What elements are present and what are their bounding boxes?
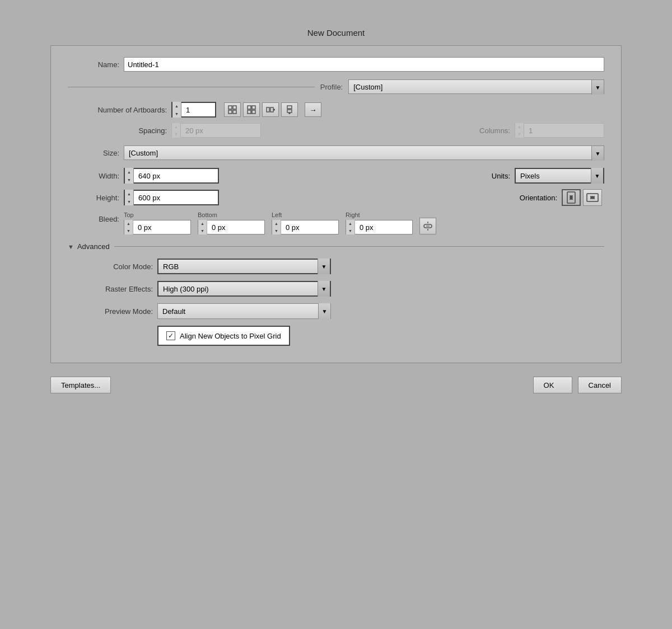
advanced-toggle-arrow[interactable]: ▼ <box>68 243 74 250</box>
preview-mode-value: Default <box>162 307 185 316</box>
bleed-right-spinner: ▲ ▼ 0 px <box>346 220 413 234</box>
bleed-bottom-down[interactable]: ▼ <box>198 227 207 234</box>
advanced-label: Advanced <box>77 242 110 251</box>
artboards-row: Number of Artboards: ▲ ▼ 1 <box>68 102 604 118</box>
bleed-right-value: 0 px <box>355 223 389 232</box>
bleed-right-down[interactable]: ▼ <box>346 227 354 234</box>
footer-right-buttons: OK Cancel <box>533 377 622 393</box>
color-mode-dropdown[interactable]: RGB ▼ <box>157 259 331 274</box>
profile-value: [Custom] <box>353 83 382 91</box>
bleed-label: Bleed: <box>68 212 124 223</box>
columns-down-button[interactable]: ▼ <box>515 130 524 138</box>
bleed-top-up[interactable]: ▲ <box>124 220 133 227</box>
spacing-row: Spacing: ▲ ▼ 20 px Columns: ▲ ▼ 1 <box>68 123 604 138</box>
columns-section: Columns: ▲ ▼ 1 <box>479 123 604 138</box>
bleed-bottom-value: 0 px <box>207 223 241 232</box>
columns-arrows: ▲ ▼ <box>515 123 524 138</box>
bleed-row: Bleed: Top ▲ ▼ 0 px Bottom <box>68 212 604 234</box>
svg-point-20 <box>591 196 594 199</box>
svg-rect-13 <box>287 110 292 112</box>
preview-mode-dropdown[interactable]: Default ▼ <box>157 303 331 319</box>
svg-rect-2 <box>228 110 232 114</box>
artboards-label: Number of Artboards: <box>68 106 171 114</box>
bleed-left-down[interactable]: ▼ <box>272 227 281 234</box>
bleed-right-label: Right <box>346 212 360 218</box>
raster-effects-dropdown[interactable]: High (300 ppi) ▼ <box>157 281 331 297</box>
bleed-right-up[interactable]: ▲ <box>346 220 354 227</box>
grid-row-icon-btn[interactable] <box>224 102 241 117</box>
width-input-wrap: ▲ ▼ <box>124 168 219 184</box>
bleed-left-arrows: ▲ ▼ <box>272 220 281 234</box>
height-down-button[interactable]: ▼ <box>125 198 133 205</box>
columns-up-button[interactable]: ▲ <box>515 123 524 130</box>
new-document-dialog: New Document Name: Profile: [Custom] ▼ N… <box>28 18 644 611</box>
preview-mode-row: Preview Mode: Default ▼ <box>68 303 604 319</box>
spacing-down-button[interactable]: ▼ <box>172 130 180 138</box>
arrange-down-icon-btn[interactable] <box>281 102 298 117</box>
name-input[interactable] <box>124 57 604 72</box>
portrait-btn[interactable] <box>562 189 581 206</box>
svg-rect-6 <box>248 110 251 114</box>
bleed-left-group: Left ▲ ▼ 0 px <box>272 212 339 234</box>
color-mode-value: RGB <box>163 262 179 271</box>
grid-col-icon-btn[interactable] <box>243 102 260 117</box>
arrange-arrow-btn[interactable]: → <box>305 102 321 117</box>
preview-mode-arrow-icon: ▼ <box>318 303 330 319</box>
svg-rect-12 <box>287 106 292 109</box>
width-down-button[interactable]: ▼ <box>125 176 133 184</box>
name-row: Name: <box>68 57 604 72</box>
units-section: Units: Pixels ▼ <box>492 168 604 184</box>
cancel-button[interactable]: Cancel <box>578 377 622 393</box>
height-up-button[interactable]: ▲ <box>125 190 133 198</box>
align-label: Align New Objects to Pixel Grid <box>180 332 281 340</box>
bleed-top-group: Top ▲ ▼ 0 px <box>124 212 191 234</box>
bleed-top-spinner: ▲ ▼ 0 px <box>124 220 191 234</box>
orientation-section: Orientation: <box>520 189 604 206</box>
profile-divider-row: Profile: [Custom] ▼ <box>68 79 604 94</box>
bleed-left-label: Left <box>272 212 282 218</box>
ok-button[interactable]: OK <box>533 377 572 393</box>
color-mode-label: Color Mode: <box>68 262 157 271</box>
spacing-spinner: ▲ ▼ 20 px <box>171 123 261 138</box>
units-dropdown[interactable]: Pixels ▼ <box>515 168 604 184</box>
size-row: Size: [Custom] ▼ <box>68 145 604 160</box>
dialog-body: Name: Profile: [Custom] ▼ Number of Artb… <box>50 45 622 363</box>
artboards-down-button[interactable]: ▼ <box>172 110 181 118</box>
height-arrows: ▲ ▼ <box>125 190 134 205</box>
width-label: Width: <box>68 172 124 180</box>
templates-button[interactable]: Templates... <box>50 377 111 393</box>
svg-rect-5 <box>252 106 255 109</box>
arrow-right-icon: → <box>310 106 317 114</box>
height-input-wrap: ▲ ▼ <box>124 190 219 205</box>
profile-dropdown[interactable]: [Custom] ▼ <box>348 79 604 94</box>
bleed-link-button[interactable] <box>419 218 436 234</box>
bleed-bottom-label: Bottom <box>198 212 217 218</box>
bleed-left-spinner: ▲ ▼ 0 px <box>272 220 339 234</box>
bleed-right-arrows: ▲ ▼ <box>346 220 355 234</box>
size-dropdown[interactable]: [Custom] ▼ <box>124 145 604 160</box>
bleed-left-up[interactable]: ▲ <box>272 220 281 227</box>
height-label: Height: <box>68 194 124 202</box>
width-input[interactable] <box>134 172 201 180</box>
landscape-btn[interactable] <box>583 189 602 206</box>
spacing-up-button[interactable]: ▲ <box>172 123 180 130</box>
bleed-top-label: Top <box>124 212 134 218</box>
svg-rect-9 <box>267 107 269 112</box>
advanced-section-divider: ▼ Advanced <box>68 242 604 251</box>
bleed-top-down[interactable]: ▼ <box>124 227 133 234</box>
bleed-right-group: Right ▲ ▼ 0 px <box>346 212 413 234</box>
raster-effects-arrow-icon: ▼ <box>318 281 330 297</box>
svg-rect-3 <box>233 110 236 114</box>
artboards-up-button[interactable]: ▲ <box>172 102 181 110</box>
height-input[interactable] <box>134 194 201 202</box>
bleed-bottom-up[interactable]: ▲ <box>198 220 207 227</box>
arrange-right-icon-btn[interactable] <box>262 102 279 117</box>
align-checkbox[interactable]: ✓ <box>166 331 175 340</box>
profile-left-line <box>68 87 315 87</box>
dialog-footer: Templates... OK Cancel <box>28 363 644 393</box>
width-up-button[interactable]: ▲ <box>125 168 133 176</box>
units-arrow-icon: ▼ <box>591 168 603 184</box>
columns-value: 1 <box>524 126 558 135</box>
profile-arrow-icon: ▼ <box>591 80 604 95</box>
size-value: [Custom] <box>129 149 158 157</box>
